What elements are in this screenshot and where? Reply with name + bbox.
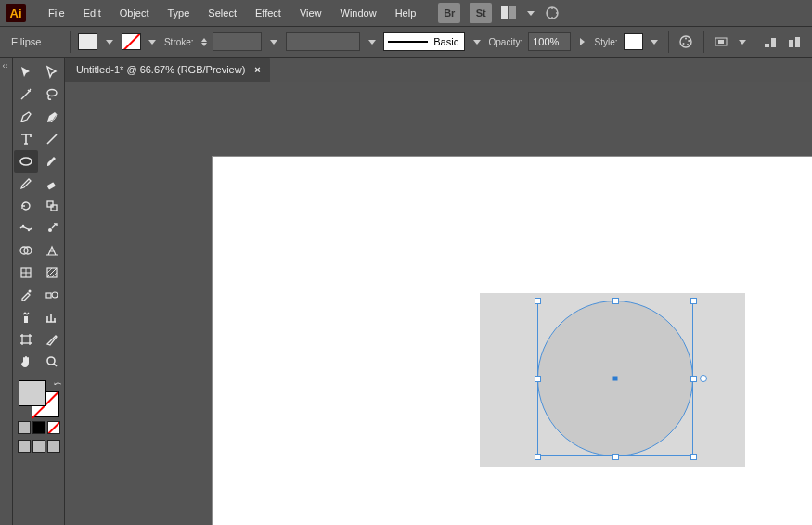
- document-tab[interactable]: Untitled-1* @ 66.67% (RGB/Preview) ×: [65, 58, 270, 82]
- opacity-field[interactable]: 100%: [528, 32, 571, 51]
- app-logo: Ai: [6, 4, 26, 22]
- align-panel-icon[interactable]: [712, 32, 731, 52]
- menu-object[interactable]: Object: [110, 0, 159, 26]
- rotate-handle[interactable]: [700, 375, 707, 382]
- tab-close-icon[interactable]: ×: [254, 64, 260, 75]
- tool-lasso[interactable]: [40, 83, 64, 106]
- arrange-docs-icon[interactable]: [501, 6, 518, 19]
- tool-selection[interactable]: [14, 61, 38, 83]
- tool-gradient[interactable]: [40, 262, 64, 284]
- gpu-icon[interactable]: [544, 5, 561, 21]
- tool-eyedropper[interactable]: [14, 284, 38, 306]
- tab-row: Untitled-1* @ 66.67% (RGB/Preview) ×: [65, 58, 812, 82]
- stock-icon[interactable]: St: [470, 3, 492, 23]
- tool-panel: ⤺: [13, 58, 65, 525]
- color-mode-row: [15, 421, 62, 434]
- brush-line-icon: [388, 41, 428, 43]
- tool-slice[interactable]: [40, 328, 64, 351]
- tool-line[interactable]: [40, 128, 64, 150]
- menubar: Ai File Edit Object Type Select Effect V…: [0, 0, 812, 26]
- menu-select[interactable]: Select: [199, 0, 246, 26]
- tool-blend[interactable]: [40, 284, 64, 306]
- tool-direct-selection[interactable]: [40, 61, 64, 83]
- resize-handle[interactable]: [535, 454, 541, 460]
- svg-rect-11: [795, 37, 800, 47]
- style-swatch[interactable]: [624, 33, 643, 50]
- tool-symbol-sprayer[interactable]: [14, 306, 38, 328]
- tool-free-transform[interactable]: [40, 217, 64, 239]
- fill-stroke-control[interactable]: ⤺: [19, 380, 59, 417]
- tool-perspective[interactable]: [40, 239, 64, 262]
- selection-bounding-box[interactable]: [537, 301, 693, 456]
- menu-effect[interactable]: Effect: [246, 0, 290, 26]
- tool-mesh[interactable]: [14, 262, 38, 284]
- tool-scale[interactable]: [40, 195, 64, 217]
- resize-handle[interactable]: [535, 376, 541, 382]
- tool-ellipse[interactable]: [14, 150, 38, 173]
- fill-dropdown[interactable]: [103, 33, 115, 50]
- svg-rect-29: [22, 336, 30, 343]
- svg-point-12: [29, 90, 31, 92]
- canvas-stage[interactable]: [65, 82, 812, 525]
- tool-pencil[interactable]: [14, 173, 38, 195]
- svg-point-4: [687, 44, 689, 45]
- stroke-weight-label: Stroke:: [164, 37, 194, 47]
- draw-inside[interactable]: [47, 440, 60, 453]
- tool-shape-builder[interactable]: [14, 239, 38, 262]
- svg-point-3: [689, 40, 690, 42]
- resize-handle[interactable]: [612, 454, 619, 460]
- fill-swatch[interactable]: [78, 33, 97, 50]
- draw-normal[interactable]: [18, 440, 31, 453]
- resize-handle[interactable]: [690, 298, 697, 304]
- resize-handle[interactable]: [535, 298, 541, 304]
- resize-handle[interactable]: [690, 376, 697, 382]
- tool-paintbrush[interactable]: [40, 150, 64, 173]
- tool-column-graph[interactable]: [40, 306, 64, 328]
- menu-type[interactable]: Type: [159, 0, 200, 26]
- svg-rect-16: [47, 201, 53, 207]
- stroke-dropdown[interactable]: [147, 33, 159, 50]
- color-mode-normal[interactable]: [18, 421, 31, 434]
- var-width-profile[interactable]: [286, 32, 360, 51]
- default-fill-box[interactable]: [19, 380, 46, 406]
- opacity-dd[interactable]: [576, 33, 588, 50]
- menu-help[interactable]: Help: [386, 0, 426, 26]
- tool-magic-wand[interactable]: [14, 83, 38, 106]
- draw-behind[interactable]: [32, 440, 45, 453]
- style-dd[interactable]: [649, 33, 661, 50]
- svg-rect-7: [718, 40, 724, 44]
- transform-y-icon[interactable]: [785, 32, 805, 52]
- tool-rotate[interactable]: [14, 195, 38, 217]
- var-width-dd[interactable]: [366, 33, 378, 50]
- color-mode-none[interactable]: [47, 421, 60, 434]
- color-mode-gradient[interactable]: [32, 421, 45, 434]
- menu-window[interactable]: Window: [331, 0, 386, 26]
- svg-point-2: [685, 38, 687, 40]
- tool-zoom[interactable]: [40, 351, 64, 373]
- menu-view[interactable]: View: [290, 0, 331, 26]
- tool-type[interactable]: [14, 128, 38, 150]
- transform-x-icon[interactable]: [760, 32, 780, 52]
- swap-fill-stroke-icon[interactable]: ⤺: [54, 378, 61, 389]
- tool-eraser[interactable]: [40, 173, 64, 195]
- chevron-down-icon[interactable]: [527, 11, 535, 16]
- stroke-weight-field[interactable]: [213, 32, 263, 51]
- brush-definition[interactable]: Basic: [383, 32, 465, 51]
- tool-hand[interactable]: [14, 351, 38, 373]
- align-dd[interactable]: [737, 33, 749, 50]
- brush-dd[interactable]: [470, 33, 483, 50]
- stroke-weight-dd[interactable]: [267, 33, 279, 50]
- tool-curvature[interactable]: [40, 106, 64, 128]
- stroke-swatch[interactable]: [122, 33, 141, 50]
- left-dock-collapse[interactable]: ‹‹: [0, 58, 13, 525]
- bridge-icon[interactable]: Br: [438, 3, 460, 23]
- resize-handle[interactable]: [612, 298, 619, 304]
- menu-file[interactable]: File: [39, 0, 74, 26]
- tool-pen[interactable]: [14, 106, 38, 128]
- recolor-icon[interactable]: [677, 32, 696, 52]
- tool-artboard[interactable]: [14, 328, 38, 351]
- resize-handle[interactable]: [690, 454, 697, 460]
- stroke-weight-stepper[interactable]: [201, 38, 207, 46]
- tool-width[interactable]: [14, 217, 38, 239]
- menu-edit[interactable]: Edit: [74, 0, 110, 26]
